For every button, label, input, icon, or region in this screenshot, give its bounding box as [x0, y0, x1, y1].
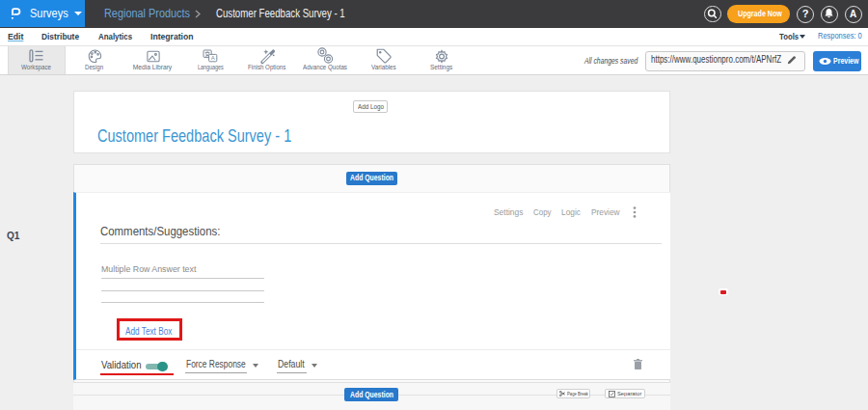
svg-text:A: A [211, 55, 215, 61]
